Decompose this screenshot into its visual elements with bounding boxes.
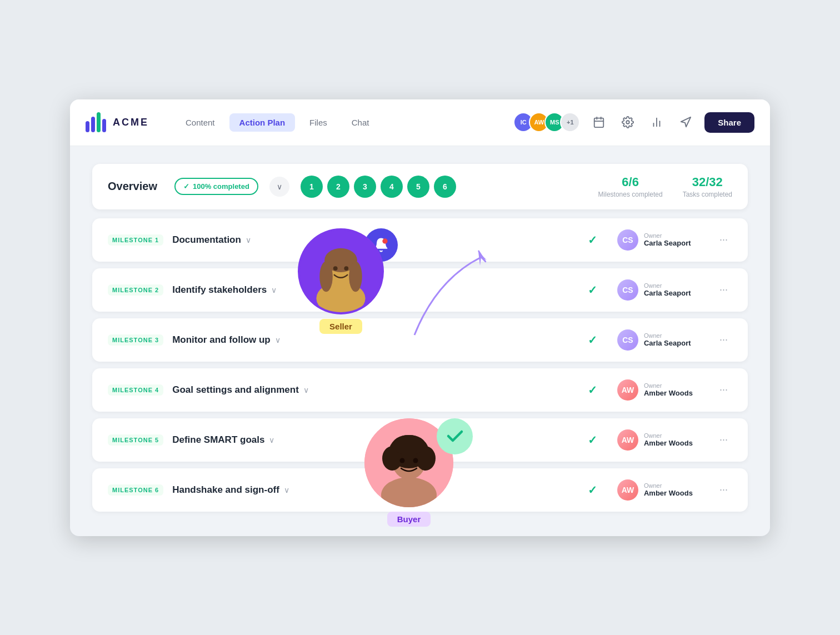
- main-nav: Content Action Plan Files Chat: [176, 113, 496, 132]
- overview-stats: 6/6 Milestones completed 32/32 Tasks com…: [598, 175, 732, 198]
- svg-rect-0: [594, 118, 604, 128]
- milestone-bubble-3: 3: [354, 176, 376, 198]
- milestone-check-2: ✓: [588, 283, 597, 297]
- svg-point-4: [627, 121, 630, 124]
- owner-area-2: CS Owner Carla Seaport: [617, 279, 706, 301]
- owner-info-3: Owner Carla Seaport: [644, 332, 691, 347]
- milestone-bubble-6: 6: [434, 176, 456, 198]
- owner-area-3: CS Owner Carla Seaport: [617, 329, 706, 351]
- logo-area: ACME: [86, 112, 149, 132]
- owner-label-2: Owner: [644, 282, 691, 289]
- milestone-expand-2[interactable]: ∨: [271, 286, 277, 294]
- owner-label-3: Owner: [644, 332, 691, 339]
- owner-name-1: Carla Seaport: [644, 239, 691, 247]
- milestone-check-3: ✓: [588, 333, 597, 347]
- milestone-name-2: Identify stakeholders ∨: [172, 284, 579, 296]
- nav-chat[interactable]: Chat: [342, 113, 379, 132]
- app-window: ACME Content Action Plan Files Chat IC A…: [70, 99, 770, 536]
- milestones-stat: 6/6 Milestones completed: [598, 175, 663, 198]
- owner-label-1: Owner: [644, 232, 691, 239]
- milestone-expand-5[interactable]: ∨: [269, 436, 274, 444]
- milestone-more-1[interactable]: ···: [715, 232, 732, 248]
- avatar-plus: +1: [560, 112, 580, 132]
- tasks-stat: 32/32 Tasks completed: [683, 175, 732, 198]
- owner-area-6: AW Owner Amber Woods: [617, 479, 706, 501]
- milestone-bubbles: 1 2 3 4 5 6: [301, 176, 587, 198]
- milestone-more-5[interactable]: ···: [715, 432, 732, 448]
- milestone-card-1: MILESTONE 1 Documentation ∨ ✓ CS Owner C…: [92, 218, 748, 262]
- chart-icon[interactable]: [647, 112, 667, 132]
- owner-avatar-6: AW: [617, 479, 638, 501]
- milestone-more-2[interactable]: ···: [715, 282, 732, 298]
- overview-expand-button[interactable]: ∨: [269, 177, 289, 197]
- milestone-name-6: Handshake and sign-off ∨: [172, 484, 579, 496]
- milestones-value: 6/6: [598, 175, 663, 189]
- owner-info-5: Owner Amber Woods: [644, 432, 693, 447]
- milestone-card-6: MILESTONE 6 Handshake and sign-off ∨ ✓ A…: [92, 468, 748, 512]
- owner-name-4: Amber Woods: [644, 389, 693, 397]
- milestone-bubble-5: 5: [407, 176, 429, 198]
- owner-info-6: Owner Amber Woods: [644, 482, 693, 497]
- milestone-check-6: ✓: [588, 483, 597, 497]
- check-completed-icon: ✓: [183, 182, 189, 191]
- owner-info-2: Owner Carla Seaport: [644, 282, 691, 297]
- milestone-more-3[interactable]: ···: [715, 332, 732, 348]
- logo-text: ACME: [113, 117, 149, 128]
- owner-info-1: Owner Carla Seaport: [644, 232, 691, 247]
- milestone-name-5: Define SMART goals ∨: [172, 434, 579, 446]
- owner-avatar-1: CS: [617, 229, 638, 251]
- milestone-more-4[interactable]: ···: [715, 382, 732, 398]
- milestone-check-1: ✓: [588, 233, 597, 247]
- milestone-expand-6[interactable]: ∨: [284, 486, 289, 494]
- buyer-label: Buyer: [387, 512, 431, 527]
- logo-icon: [86, 112, 106, 132]
- owner-label-4: Owner: [644, 382, 693, 389]
- milestone-tag-5: MILESTONE 5: [108, 434, 163, 446]
- completed-label: 100% completed: [193, 182, 249, 191]
- milestone-name-1: Documentation ∨: [172, 234, 579, 246]
- nav-files[interactable]: Files: [299, 113, 337, 132]
- milestone-bubble-2: 2: [327, 176, 349, 198]
- owner-name-5: Amber Woods: [644, 439, 693, 447]
- owner-area-1: CS Owner Carla Seaport: [617, 229, 706, 251]
- owner-area-4: AW Owner Amber Woods: [617, 379, 706, 401]
- tasks-value: 32/32: [683, 175, 732, 189]
- owner-label-5: Owner: [644, 432, 693, 439]
- owner-area-5: AW Owner Amber Woods: [617, 429, 706, 451]
- share-button[interactable]: Share: [704, 112, 754, 133]
- owner-avatar-5: AW: [617, 429, 638, 451]
- milestone-bubble-4: 4: [381, 176, 403, 198]
- nav-action-plan[interactable]: Action Plan: [229, 113, 296, 132]
- milestone-expand-1[interactable]: ∨: [246, 236, 251, 244]
- milestone-tag-1: MILESTONE 1: [108, 234, 163, 246]
- milestone-expand-3[interactable]: ∨: [275, 336, 281, 344]
- owner-avatar-2: CS: [617, 279, 638, 301]
- milestone-expand-4[interactable]: ∨: [303, 386, 309, 394]
- calendar-icon[interactable]: [589, 112, 609, 132]
- milestone-card-4: MILESTONE 4 Goal settings and alignment …: [92, 368, 748, 412]
- nav-content[interactable]: Content: [176, 113, 225, 132]
- owner-info-4: Owner Amber Woods: [644, 382, 693, 397]
- milestone-bubble-1: 1: [301, 176, 323, 198]
- milestone-card-2: MILESTONE 2 Identify stakeholders ∨ ✓ CS…: [92, 268, 748, 312]
- milestone-check-4: ✓: [588, 383, 597, 397]
- milestone-card-5: MILESTONE 5 Define SMART goals ∨ ✓ AW Ow…: [92, 418, 748, 462]
- milestone-card-3: MILESTONE 3 Monitor and follow up ∨ ✓ CS…: [92, 318, 748, 362]
- milestone-name-4: Goal settings and alignment ∨: [172, 384, 579, 396]
- milestone-tag-3: MILESTONE 3: [108, 334, 163, 346]
- owner-avatar-4: AW: [617, 379, 638, 401]
- milestone-check-5: ✓: [588, 433, 597, 447]
- milestone-tag-4: MILESTONE 4: [108, 384, 163, 396]
- milestone-tag-2: MILESTONE 2: [108, 284, 163, 296]
- owner-name-3: Carla Seaport: [644, 339, 691, 347]
- header: ACME Content Action Plan Files Chat IC A…: [70, 99, 770, 146]
- milestone-more-6[interactable]: ···: [715, 482, 732, 498]
- milestone-tag-6: MILESTONE 6: [108, 484, 163, 496]
- owner-label-6: Owner: [644, 482, 693, 489]
- owner-avatar-3: CS: [617, 329, 638, 351]
- settings-icon[interactable]: [618, 112, 638, 132]
- owner-name-2: Carla Seaport: [644, 289, 691, 297]
- owner-name-6: Amber Woods: [644, 489, 693, 497]
- tasks-label: Tasks completed: [683, 191, 732, 198]
- megaphone-icon[interactable]: [676, 112, 696, 132]
